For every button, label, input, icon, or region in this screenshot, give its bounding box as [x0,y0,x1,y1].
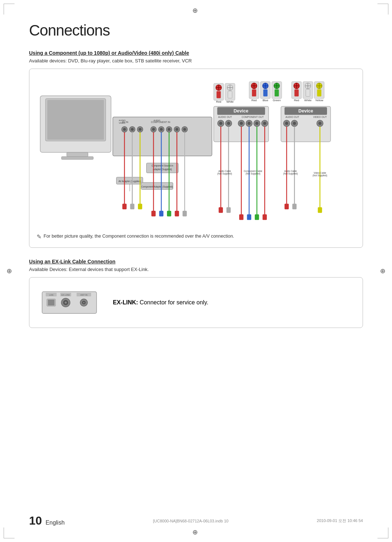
svg-point-94 [293,122,296,125]
svg-text:EX-LINK: EX-LINK [61,294,70,296]
svg-rect-105 [292,204,297,209]
connection-diagram-svg: AV IN COMPONENT IN AUDIO VIDEO AUDIO [37,76,355,229]
svg-text:Audio Cable: Audio Cable [219,170,231,172]
svg-text:Component Cable: Component Cable [244,170,262,173]
svg-text:Red: Red [216,100,221,103]
svg-rect-50 [167,211,171,217]
svg-rect-135 [275,89,279,97]
svg-point-166 [65,301,67,304]
svg-text:White: White [226,100,234,103]
svg-point-16 [139,128,142,131]
note-icon: ✎ [37,233,41,240]
svg-rect-141 [294,89,299,97]
svg-text:(Not Supplied): (Not Supplied) [246,172,260,175]
svg-rect-111 [217,91,221,98]
svg-text:Video Cable: Video Cable [314,172,326,174]
crosshair-top-icon [192,7,200,14]
svg-text:COMPONENT OUT: COMPONENT OUT [242,116,264,118]
svg-rect-129 [263,89,268,97]
svg-point-96 [318,122,322,125]
svg-text:(Not Supplied): (Not Supplied) [313,174,327,177]
svg-text:ANT IN: ANT IN [80,294,87,296]
diagram-note-text: For better picture quality, the Componen… [44,234,234,239]
svg-point-26 [183,128,186,131]
svg-text:Yellow: Yellow [315,99,323,102]
svg-rect-4 [61,157,93,160]
svg-text:AUDIO OUT: AUDIO OUT [218,116,232,118]
svg-rect-80 [219,207,223,213]
exlink-desc-text: Connector for service only. [140,299,208,305]
svg-rect-47 [138,204,142,209]
svg-point-20 [160,128,163,131]
svg-text:Red: Red [252,99,257,102]
svg-point-24 [175,128,178,131]
crosshair-bottom-icon [192,528,200,535]
exlink-description: EX-LINK: Connector for service only. [113,299,208,306]
svg-text:Device: Device [298,108,313,114]
crosshair-left-icon [7,267,12,275]
svg-text:Red: Red [294,99,299,102]
svg-rect-153 [317,89,322,97]
svg-rect-83 [247,214,251,220]
svg-text:AUDIO OUT: AUDIO OUT [285,116,299,118]
svg-rect-85 [262,214,267,220]
svg-rect-82 [239,214,244,220]
svg-point-59 [219,122,222,125]
page-footer: 10 English [UC8000-NA]BN68-02712A-06L03.… [29,514,363,527]
component-diagram-box: AV IN COMPONENT IN AUDIO VIDEO AUDIO [29,69,363,248]
page-number: 10 [29,514,42,527]
svg-point-67 [255,122,258,125]
svg-text:Component Adapter (Supplied): Component Adapter (Supplied) [141,185,173,188]
corner-mark-tl [4,4,15,15]
page-language: English [46,520,65,526]
svg-point-69 [263,122,266,125]
svg-rect-106 [318,207,322,213]
footer-date: 2010-09-01 오전 10:46 54 [317,518,363,523]
svg-point-169 [83,302,85,303]
svg-text:Blue: Blue [262,99,268,102]
corner-mark-bl [4,527,15,538]
diagram-svg-area: AV IN COMPONENT IN AUDIO VIDEO AUDIO [37,76,355,229]
svg-text:AUDIO: AUDIO [119,119,126,122]
page-number-area: 10 English [29,514,65,527]
svg-rect-46 [130,204,135,209]
corner-mark-tr [377,4,388,15]
svg-text:Component Sound in: Component Sound in [152,164,173,167]
svg-text:(Not Supplied): (Not Supplied) [217,172,232,175]
svg-text:VIDEO: VIDEO [119,122,126,124]
svg-text:White: White [304,99,311,102]
svg-rect-117 [228,91,232,98]
svg-rect-104 [285,204,289,209]
svg-text:Audio Cable: Audio Cable [284,170,297,172]
section2-subtitle: Available Devices: External devices that… [29,267,363,272]
svg-point-22 [168,128,171,131]
exlink-device-svg: LAN EX-LINK ANT IN [40,286,98,319]
svg-rect-123 [252,89,256,97]
svg-rect-51 [175,211,179,217]
svg-point-12 [123,128,126,131]
svg-text:VIDEO OUT: VIDEO OUT [313,116,327,118]
svg-text:LAN: LAN [49,294,53,296]
svg-text:(Not Supplied): (Not Supplied) [283,172,298,175]
svg-rect-2 [47,100,104,140]
svg-text:AUDIO: AUDIO [154,119,160,122]
diagram-note: ✎ For better picture quality, the Compon… [37,234,355,240]
svg-point-61 [227,122,230,125]
svg-rect-147 [306,89,310,97]
svg-rect-3 [67,152,88,157]
svg-point-63 [240,122,243,125]
page-title: Connections [29,22,363,39]
svg-text:AV Adapter (Supplied): AV Adapter (Supplied) [118,180,141,183]
svg-rect-52 [183,211,187,217]
svg-text:Device: Device [233,108,248,114]
svg-rect-81 [226,207,231,213]
svg-point-18 [152,128,155,131]
exlink-label: EX-LINK: [113,299,138,305]
svg-point-65 [248,122,251,125]
footer-file-info: [UC8000-NA]BN68-02712A-06L03.indb 10 [153,519,228,523]
svg-text:Green: Green [273,99,281,102]
section1-subtitle: Available devices: DVD, Blu-ray player, … [29,58,363,63]
corner-mark-br [377,527,388,538]
svg-rect-48 [151,211,156,217]
section1-title: Using a Component (up to 1080p) or Audio… [29,50,363,56]
